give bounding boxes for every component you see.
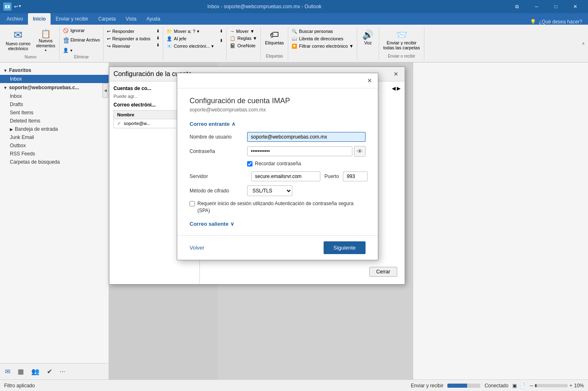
username-input[interactable] [247, 132, 366, 142]
maximize-button[interactable]: □ [546, 0, 565, 13]
close-button[interactable]: ✕ [566, 0, 585, 13]
send-receive-button[interactable]: 📨 Enviar y recibir todas las carpetas [381, 28, 422, 52]
next-button[interactable]: Siguiente [324, 241, 366, 254]
restore-button[interactable]: ⧉ [508, 0, 527, 13]
undo-icon[interactable]: ↩ [14, 4, 18, 9]
zoom-slider[interactable] [535, 384, 568, 387]
email-button[interactable]: 📧 Correo electróni... ▾ [165, 43, 215, 50]
view-icon-2[interactable]: 📄 [519, 383, 525, 389]
forward-button[interactable]: ↪ Reenviar [105, 43, 152, 50]
view-icon-1[interactable]: ▣ [512, 383, 517, 389]
more-responder3[interactable]: ⬇ [155, 42, 161, 48]
mover-a-extra2[interactable] [218, 35, 225, 37]
new-items-arrow: ▾ [45, 49, 46, 52]
rules-button[interactable]: 📋 Reglas ▼ [228, 35, 259, 42]
voz-content: 🔊 Voz [359, 28, 377, 58]
show-password-button[interactable]: 👁 [354, 146, 366, 157]
address-book-icon: 📖 [292, 36, 297, 42]
sidebar-collapse-button[interactable]: ◀ [102, 83, 108, 98]
zoom-minus-icon[interactable]: ─ [530, 383, 533, 389]
mover-a-group-label [165, 58, 225, 59]
tab-carpeta[interactable]: Carpeta [93, 13, 121, 25]
sidebar-item-inbox[interactable]: Inbox [0, 92, 109, 100]
eliminar-col: 🚫 Ignorar 🗑 Eliminar Archivo 👤 ▾ [61, 27, 102, 54]
imap-titlebar: ✕ [177, 73, 378, 88]
sidebar: ▼ Favoritos Inbox ▼ soporte@webcomprueba… [0, 62, 109, 379]
redo-dropdown-icon[interactable]: ▾ [19, 4, 21, 9]
spa-checkbox[interactable] [190, 201, 195, 206]
address-book-button[interactable]: 📖 Libreta de direcciones [290, 35, 355, 42]
nav-tasks-button[interactable]: ✔ [45, 366, 54, 377]
mover-a-extra: ⬇ ⬇ [218, 28, 225, 44]
ignore-button[interactable]: 🚫 Ignorar [61, 27, 102, 34]
nav-calendar-button[interactable]: ▦ [16, 366, 25, 377]
sidebar-item-drafts[interactable]: Drafts [0, 100, 109, 109]
account-close-button[interactable]: Cerrar [369, 267, 397, 277]
nav-more-button[interactable]: ··· [58, 366, 67, 377]
tab-archivo[interactable]: Archivo [2, 13, 28, 25]
what-to-do-search[interactable]: ¿Qué desea hacer? [539, 19, 582, 25]
reply-button[interactable]: ↩ Responder [105, 28, 152, 35]
server-input[interactable] [251, 171, 320, 181]
sidebar-item-rss[interactable]: RSS Feeds [0, 150, 109, 158]
nav-contacts-button[interactable]: 👥 [30, 366, 41, 377]
account-settings-close-button[interactable]: ✕ [391, 69, 400, 79]
move-button[interactable]: → Mover ▼ [228, 28, 259, 35]
password-input[interactable] [247, 146, 352, 156]
sent-label: Sent Items [10, 110, 33, 116]
tab-enviar[interactable]: Enviar y recibir [51, 13, 93, 25]
port-input[interactable] [343, 171, 368, 181]
mover-a-extra1[interactable]: ⬇ [218, 28, 225, 34]
move-to-label: Mover a: ? [174, 29, 195, 34]
to-boss-button[interactable]: 👤 Al jefe [165, 35, 215, 42]
incoming-header[interactable]: Correo entrante ∧ [190, 121, 366, 127]
new-items-button[interactable]: 📋 Nuevos elementos ▾ [34, 27, 58, 54]
move-label: Mover ▼ [236, 29, 255, 34]
outgoing-header[interactable]: Correo saliente ∨ [190, 221, 366, 227]
sidebar-item-outbox[interactable]: Outbox [0, 141, 109, 150]
etiquetas-button[interactable]: 🏷 Etiquetas [262, 28, 286, 47]
back-button[interactable]: Volver [190, 245, 204, 251]
zoom-plus-icon[interactable]: + [569, 383, 572, 389]
to-boss-icon: 👤 [167, 36, 172, 42]
favorites-header[interactable]: ▼ Favoritos [0, 66, 109, 75]
sidebar-item-deleted[interactable]: Deleted Items [0, 117, 109, 125]
sidebar-item-sent[interactable]: Sent Items [0, 109, 109, 117]
nuevo-buttons: ✉ Nuevo correo electrónico 📋 Nuevos elem… [3, 27, 58, 54]
method-select[interactable]: SSL/TLS Sin cifrado STARTTLS Auto [247, 185, 292, 196]
tab-ayuda[interactable]: Ayuda [141, 13, 165, 25]
panel-arrows-icon[interactable]: ◀ ▶ [392, 86, 400, 91]
zoom-value: 10% [574, 383, 584, 389]
find-people-button[interactable]: 🔍 Buscar personas [290, 28, 355, 35]
sidebar-item-junk[interactable]: Junk Email [0, 133, 109, 141]
minimize-button[interactable]: ─ [527, 0, 546, 13]
filter-email-button[interactable]: 🔽 Filtrar correo electrónico ▼ [290, 43, 355, 50]
sidebar-item-bandeja[interactable]: ▶ Bandeja de entrada [0, 125, 109, 133]
to-boss-label: Al jefe [174, 36, 187, 41]
account-email: soporte@w... [124, 121, 150, 126]
voz-button[interactable]: 🔊 Voz [359, 28, 377, 47]
more-responder[interactable]: ⬇ [155, 28, 161, 34]
more-responder2[interactable]: ⬇ [155, 35, 161, 41]
account-header[interactable]: ▼ soporte@webcompruebas.c... [0, 83, 109, 92]
progress-fill [447, 384, 467, 388]
onenote-button[interactable]: 📓 OneNote [228, 42, 259, 49]
nav-mail-button[interactable]: ✉ [3, 366, 12, 377]
send-receive-label: Enviar y recibir todas las carpetas [383, 40, 420, 50]
sidebar-item-search-folders[interactable]: Carpetas de búsqueda [0, 158, 109, 166]
voz-group-label [359, 58, 377, 59]
move-to-button[interactable]: 📁 Mover a: ? ▾ [165, 28, 215, 35]
imap-close-button[interactable]: ✕ [365, 76, 375, 86]
sidebar-item-inbox-favorite[interactable]: Inbox [0, 75, 109, 83]
reply-icon: ↩ [107, 29, 111, 34]
ribbon-collapse[interactable]: ∧ [580, 39, 586, 47]
eliminar-button[interactable]: 🗑 Eliminar Archivo [61, 35, 102, 46]
remember-password-checkbox[interactable] [247, 161, 252, 167]
tab-vista[interactable]: Vista [120, 13, 141, 25]
unsubscribe-button[interactable]: 👤 ▾ [61, 47, 102, 54]
reply-all-button[interactable]: ↩ Responder a todos [105, 35, 152, 42]
mover-a-extra3[interactable]: ⬇ [218, 37, 225, 44]
responder-col: ↩ Responder ↩ Responder a todos ↪ Reenvi… [105, 28, 152, 50]
new-email-button[interactable]: ✉ Nuevo correo electrónico [3, 27, 33, 53]
tab-inicio[interactable]: Inicio [28, 13, 51, 25]
